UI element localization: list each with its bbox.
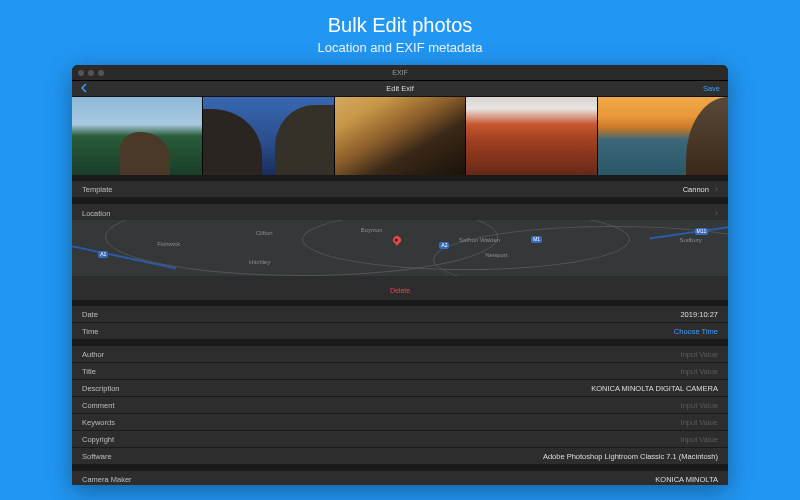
camera-maker-row[interactable]: Camera Maker KONICA MINOLTA: [72, 471, 728, 485]
row-label: Copyright: [82, 435, 114, 444]
row-label: Time: [82, 327, 98, 336]
description-value[interactable]: KONICA MINOLTA DIGITAL CAMERA: [591, 384, 718, 393]
row-label: Comment: [82, 401, 115, 410]
content-scroll[interactable]: Template Cannon › Location › A1 A2 M1 M: [72, 97, 728, 485]
title-row[interactable]: Title Input Value: [72, 363, 728, 380]
software-value[interactable]: Adobe Photoshop Lightroom Classic 7.1 (M…: [543, 452, 718, 461]
author-row[interactable]: Author Input Value: [72, 346, 728, 363]
location-section: Location › A1 A2 M1 M11 Fishwick Clifton…: [72, 204, 728, 300]
map-place: Sudbury: [679, 237, 701, 243]
road-shield: A2: [439, 242, 449, 249]
template-label: Template: [82, 185, 112, 194]
thumbnail[interactable]: [203, 97, 333, 175]
photo-thumbnails: [72, 97, 728, 175]
row-label: Author: [82, 350, 104, 359]
road-shield: A1: [98, 251, 108, 258]
map-place: Fishwick: [157, 241, 180, 247]
delete-location-button[interactable]: Delete: [390, 287, 410, 294]
software-row[interactable]: Software Adobe Photoshop Lightroom Class…: [72, 448, 728, 465]
date-row[interactable]: Date 2019:10:27: [72, 306, 728, 323]
template-value: Cannon: [683, 185, 709, 194]
thumbnail[interactable]: [598, 97, 728, 175]
camera-maker-value[interactable]: KONICA MINOLTA: [655, 475, 718, 484]
thumbnail[interactable]: [335, 97, 465, 175]
copyright-input[interactable]: Input Value: [681, 435, 718, 444]
row-label: Camera Maker: [82, 475, 132, 484]
title-input[interactable]: Input Value: [681, 367, 718, 376]
author-input[interactable]: Input Value: [681, 350, 718, 359]
map-place: Clifton: [256, 230, 273, 236]
date-value: 2019:10:27: [680, 310, 718, 319]
chevron-right-icon[interactable]: ›: [715, 208, 718, 218]
titlebar: EXIF: [72, 65, 728, 81]
time-value[interactable]: Choose Time: [674, 327, 718, 336]
copyright-row[interactable]: Copyright Input Value: [72, 431, 728, 448]
keywords-input[interactable]: Input Value: [681, 418, 718, 427]
promo-title: Bulk Edit photos: [328, 14, 473, 37]
comment-row[interactable]: Comment Input Value: [72, 397, 728, 414]
thumbnail[interactable]: [466, 97, 596, 175]
map-place: Newport: [485, 252, 507, 258]
row-label: Software: [82, 452, 112, 461]
row-label: Title: [82, 367, 96, 376]
template-row[interactable]: Template Cannon ›: [72, 181, 728, 198]
road-shield: M11: [695, 228, 709, 235]
description-row[interactable]: Description KONICA MINOLTA DIGITAL CAMER…: [72, 380, 728, 397]
map-place: Saffron Walden: [459, 237, 500, 243]
map-place: Boynton: [361, 227, 383, 233]
toolbar-title: Edit Exif: [72, 84, 728, 93]
location-map[interactable]: A1 A2 M1 M11 Fishwick Clifton Boynton Hi…: [72, 220, 728, 276]
row-label: Date: [82, 310, 98, 319]
comment-input[interactable]: Input Value: [681, 401, 718, 410]
time-row[interactable]: Time Choose Time: [72, 323, 728, 340]
toolbar: Edit Exif Save: [72, 81, 728, 97]
thumbnail[interactable]: [72, 97, 202, 175]
location-label: Location: [82, 209, 110, 218]
promo-subtitle: Location and EXIF metadata: [318, 40, 483, 55]
chevron-right-icon: ›: [715, 184, 718, 194]
row-label: Keywords: [82, 418, 115, 427]
row-label: Description: [82, 384, 120, 393]
road-shield: M1: [531, 236, 542, 243]
map-place: Hitchley: [249, 259, 270, 265]
app-window: EXIF Edit Exif Save Template Cannon ›: [72, 65, 728, 485]
keywords-row[interactable]: Keywords Input Value: [72, 414, 728, 431]
window-title: EXIF: [72, 69, 728, 76]
